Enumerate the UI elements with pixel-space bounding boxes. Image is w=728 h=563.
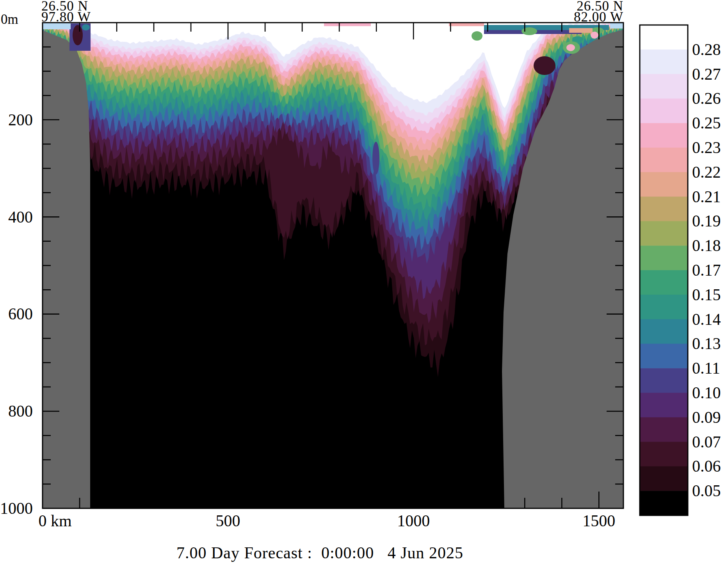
colorbar-label-0.19: 0.19 — [692, 212, 728, 230]
colorbar-label-0.15: 0.15 — [692, 286, 728, 303]
colorbar-label-0.17: 0.17 — [692, 262, 728, 279]
colorbar-segment — [640, 98, 688, 123]
colorbar-label-0.27: 0.27 — [692, 66, 728, 83]
colorbar-segment — [640, 368, 688, 393]
colorbar-label-0.10: 0.10 — [692, 384, 728, 401]
depth-axis-label-200: 200 — [0, 111, 33, 128]
speckle — [534, 56, 555, 75]
speckle — [82, 24, 90, 30]
distance-axis-label-0: 0 km — [12, 512, 98, 529]
colorbar-label-0.06: 0.06 — [692, 458, 728, 475]
section-end-coordinates: 26.50 N 82.00 W — [523, 1, 623, 23]
colorbar-segment — [640, 442, 688, 467]
colorbar-segment — [640, 197, 688, 221]
colorbar-segment — [640, 246, 688, 270]
colorbar-label-0.07: 0.07 — [692, 433, 728, 451]
colorbar-segment — [640, 319, 688, 344]
colorbar-segment — [640, 417, 688, 442]
speckle — [73, 25, 83, 45]
start-longitude: 97.80 W — [41, 12, 91, 23]
depth-axis-label-800: 800 — [0, 403, 33, 420]
colorbar-label-0.18: 0.18 — [692, 237, 728, 254]
colorbar-segment — [640, 393, 688, 417]
depth-axis-label-600: 600 — [0, 305, 33, 322]
distance-axis-label-1500: 1500 — [556, 512, 642, 529]
colorbar-label-0.28: 0.28 — [692, 41, 728, 58]
colorbar-label-0.23: 0.23 — [692, 139, 728, 156]
colorbar-segment — [640, 148, 688, 172]
speckle — [472, 31, 482, 41]
depth-axis-zero-label: 0m — [1, 12, 18, 27]
colorbar-segment — [640, 74, 688, 99]
bathymetry-left — [43, 30, 90, 508]
colorbar-segment — [640, 295, 688, 319]
contour-plot-canvas — [0, 0, 728, 563]
speckle — [372, 142, 379, 175]
colorbar-segment — [640, 344, 688, 368]
colorbar — [640, 25, 688, 516]
end-longitude: 82.00 W — [523, 12, 623, 23]
speckle — [572, 36, 583, 42]
colorbar-segment — [640, 270, 688, 295]
colorbar-segment — [640, 491, 688, 515]
colorbar-label-0.14: 0.14 — [692, 311, 728, 328]
colorbar-segment — [640, 172, 688, 197]
colorbar-label-0.05: 0.05 — [692, 482, 728, 499]
colorbar-label-0.09: 0.09 — [692, 409, 728, 426]
distance-axis-label-1000: 1000 — [370, 512, 456, 529]
speckle — [324, 23, 371, 26]
colorbar-label-0.21: 0.21 — [692, 188, 728, 205]
ocean-section-chart: 26.50 N 97.80 W 26.50 N 82.00 W 0m 20040… — [0, 0, 728, 563]
colorbar-label-0.11: 0.11 — [692, 360, 728, 377]
speckle — [566, 44, 575, 51]
speckle — [569, 28, 593, 33]
colorbar-label-0.26: 0.26 — [692, 90, 728, 107]
colorbar-segment — [640, 25, 688, 50]
speckle — [449, 23, 484, 26]
speckle — [522, 27, 537, 35]
depth-axis-label-400: 400 — [0, 208, 33, 226]
colorbar-label-0.25: 0.25 — [692, 114, 728, 132]
colorbar-label-0.13: 0.13 — [692, 335, 728, 352]
speckle — [591, 32, 598, 39]
forecast-caption: 7.00 Day Forecast : 0:00:00 4 Jun 2025 — [176, 543, 463, 562]
colorbar-label-0.22: 0.22 — [692, 164, 728, 181]
distance-axis-label-500: 500 — [185, 512, 271, 529]
colorbar-segment — [640, 123, 688, 148]
colorbar-segment — [640, 466, 688, 491]
section-start-coordinates: 26.50 N 97.80 W — [41, 1, 91, 23]
colorbar-segment — [640, 50, 688, 74]
colorbar-segment — [640, 221, 688, 246]
